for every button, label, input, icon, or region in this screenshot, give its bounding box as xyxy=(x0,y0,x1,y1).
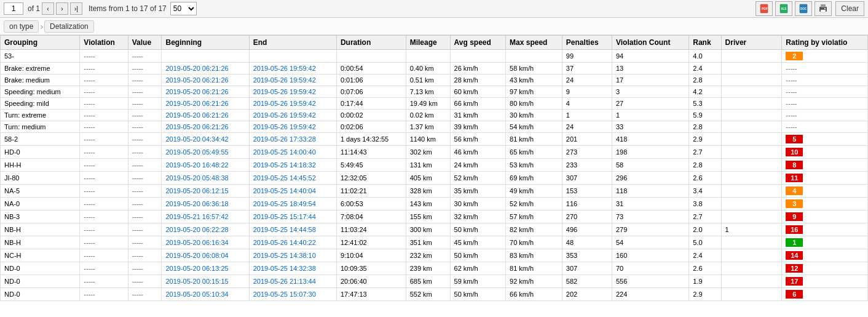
cell-end[interactable]: 2019-05-26 17:33:28 xyxy=(249,133,336,146)
cell-value: ----- xyxy=(128,198,162,211)
cell-end[interactable]: 2019-05-25 14:32:38 xyxy=(249,262,336,275)
cell-end[interactable]: 2019-05-26 19:59:42 xyxy=(249,86,336,98)
col-beginning[interactable]: Beginning xyxy=(162,36,249,50)
cell-max-speed: 92 km/h xyxy=(506,275,562,288)
last-page-button[interactable]: ›| xyxy=(70,2,82,15)
cell-driver: 1 xyxy=(721,223,782,236)
cell-rating: 9 xyxy=(782,211,868,223)
cell-rating: 3 xyxy=(782,198,868,211)
cell-end[interactable]: 2019-05-25 15:07:30 xyxy=(249,288,336,301)
cell-beginning[interactable]: 2019-05-20 00:15:15 xyxy=(162,275,249,288)
cell-end[interactable]: 2019-05-26 19:59:42 xyxy=(249,63,336,74)
cell-value: ----- xyxy=(128,262,162,275)
col-rating[interactable]: Rating by violatio xyxy=(782,36,868,50)
cell-violation: ----- xyxy=(80,275,128,288)
cell-mileage: 328 km xyxy=(406,185,450,198)
cell-beginning[interactable]: 2019-05-20 05:48:38 xyxy=(162,172,249,185)
cell-end[interactable]: 2019-05-25 15:17:44 xyxy=(249,211,336,223)
cell-violation-count: 198 xyxy=(612,146,689,159)
cell-beginning[interactable]: 2019-05-20 06:36:18 xyxy=(162,198,249,211)
cell-end[interactable]: 2019-05-26 19:59:42 xyxy=(249,74,336,86)
cell-mileage: 685 km xyxy=(406,275,450,288)
doc-export-button[interactable]: DOC xyxy=(795,1,812,16)
cell-rank: 2.8 xyxy=(689,74,721,86)
cell-mileage: 1140 km xyxy=(406,133,450,146)
breadcrumb-detalization[interactable]: Detalization xyxy=(44,20,94,33)
cell-beginning[interactable]: 2019-05-20 06:08:04 xyxy=(162,249,249,262)
cell-end[interactable]: 2019-05-26 21:13:44 xyxy=(249,275,336,288)
col-avg-speed[interactable]: Avg speed xyxy=(450,36,505,50)
cell-rank: 2.9 xyxy=(689,133,721,146)
cell-rating: 14 xyxy=(782,249,868,262)
cell-beginning[interactable]: 2019-05-20 06:21:26 xyxy=(162,74,249,86)
cell-beginning[interactable]: 2019-05-20 16:48:22 xyxy=(162,159,249,172)
page-input[interactable] xyxy=(4,2,23,15)
col-mileage[interactable]: Mileage xyxy=(406,36,450,50)
cell-mileage: 351 km xyxy=(406,236,450,249)
pdf-export-button[interactable]: PDF xyxy=(756,1,773,16)
next-page-button[interactable]: › xyxy=(56,2,68,15)
col-max-speed[interactable]: Max speed xyxy=(506,36,562,50)
cell-beginning[interactable]: 2019-05-20 06:12:15 xyxy=(162,185,249,198)
table-row: Speeding: medium----------2019-05-20 06:… xyxy=(1,86,868,98)
cell-beginning[interactable]: 2019-05-20 06:22:28 xyxy=(162,223,249,236)
print-button[interactable] xyxy=(815,1,832,16)
cell-end[interactable]: 2019-05-25 14:18:32 xyxy=(249,159,336,172)
cell-penalties: 202 xyxy=(562,288,612,301)
clear-button[interactable]: Clear xyxy=(835,1,864,16)
cell-end[interactable]: 2019-05-26 19:59:42 xyxy=(249,110,336,121)
cell-end[interactable]: 2019-05-25 18:49:54 xyxy=(249,198,336,211)
cell-violation-count: 1 xyxy=(612,110,689,121)
col-duration[interactable]: Duration xyxy=(336,36,406,50)
col-rank[interactable]: Rank xyxy=(689,36,721,50)
cell-end[interactable]: 2019-05-25 14:40:04 xyxy=(249,185,336,198)
cell-beginning[interactable]: 2019-05-20 05:49:55 xyxy=(162,146,249,159)
col-end[interactable]: End xyxy=(249,36,336,50)
cell-end[interactable]: 2019-05-26 19:59:42 xyxy=(249,121,336,133)
breadcrumb-on-type[interactable]: on type xyxy=(4,20,39,33)
breadcrumb: on type › Detalization xyxy=(0,18,868,35)
cell-beginning[interactable]: 2019-05-20 06:21:26 xyxy=(162,86,249,98)
cell-end[interactable]: 2019-05-26 14:40:22 xyxy=(249,236,336,249)
cell-max-speed: 43 km/h xyxy=(506,74,562,86)
cell-beginning[interactable]: 2019-05-20 06:21:26 xyxy=(162,63,249,74)
cell-penalties: 233 xyxy=(562,159,612,172)
cell-grouping: Speeding: medium xyxy=(1,86,80,98)
rating-badge: 9 xyxy=(786,212,803,221)
cell-end[interactable]: 2019-05-25 14:45:52 xyxy=(249,172,336,185)
cell-end[interactable]: 2019-05-25 14:00:40 xyxy=(249,146,336,159)
cell-beginning[interactable]: 2019-05-21 16:57:42 xyxy=(162,211,249,223)
per-page-select[interactable]: 50 100 200 xyxy=(170,2,197,15)
table-row: Brake: extreme----------2019-05-20 06:21… xyxy=(1,63,868,74)
col-grouping[interactable]: Grouping xyxy=(1,36,80,50)
cell-beginning[interactable]: 2019-05-20 05:10:34 xyxy=(162,288,249,301)
cell-end[interactable]: 2019-05-25 14:38:10 xyxy=(249,249,336,262)
cell-beginning[interactable]: 2019-05-20 06:13:25 xyxy=(162,262,249,275)
cell-beginning[interactable]: 2019-05-20 06:21:26 xyxy=(162,98,249,110)
excel-export-button[interactable]: XLS xyxy=(775,1,792,16)
cell-end[interactable]: 2019-05-25 14:44:58 xyxy=(249,223,336,236)
col-penalties[interactable]: Penalties xyxy=(562,36,612,50)
col-driver[interactable]: Driver xyxy=(721,36,782,50)
cell-violation: ----- xyxy=(80,288,128,301)
col-violation-count[interactable]: Violation Count xyxy=(612,36,689,50)
table-row: Brake: medium----------2019-05-20 06:21:… xyxy=(1,74,868,86)
cell-value: ----- xyxy=(128,98,162,110)
cell-violation: ----- xyxy=(80,121,128,133)
cell-beginning[interactable]: 2019-05-20 06:21:26 xyxy=(162,121,249,133)
cell-driver xyxy=(721,262,782,275)
col-value[interactable]: Value xyxy=(128,36,162,50)
cell-driver xyxy=(721,198,782,211)
cell-grouping: Brake: extreme xyxy=(1,63,80,74)
prev-page-button[interactable]: ‹ xyxy=(42,2,54,15)
cell-mileage: 1.37 km xyxy=(406,121,450,133)
cell-beginning[interactable]: 2019-05-20 06:21:26 xyxy=(162,110,249,121)
cell-grouping: 58-2 xyxy=(1,133,80,146)
cell-beginning[interactable]: 2019-05-20 06:16:34 xyxy=(162,236,249,249)
cell-rating: ----- xyxy=(782,86,868,98)
cell-end[interactable]: 2019-05-26 19:59:42 xyxy=(249,98,336,110)
cell-violation: ----- xyxy=(80,185,128,198)
col-violation[interactable]: Violation xyxy=(80,36,128,50)
cell-beginning[interactable]: 2019-05-20 04:34:42 xyxy=(162,133,249,146)
cell-rank: 2.8 xyxy=(689,121,721,133)
